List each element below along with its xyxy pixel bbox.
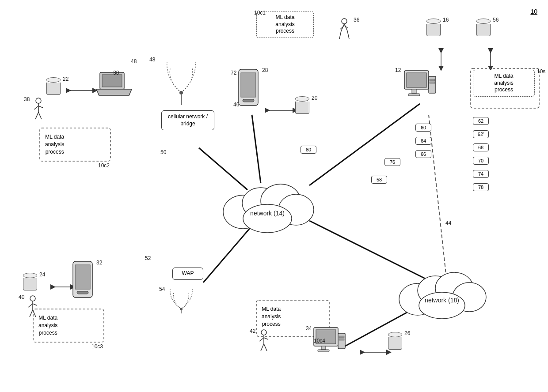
wireless-tower xyxy=(164,57,199,106)
box-62p: 62' xyxy=(473,130,489,138)
ml-process-10c2: ML data analysis process xyxy=(43,132,66,157)
network-14-cloud: network (14) xyxy=(217,172,318,236)
person-42 xyxy=(255,329,272,353)
label-46: 46 xyxy=(233,102,239,108)
diagram-number: 10 xyxy=(530,8,537,15)
wap-signal xyxy=(166,287,197,313)
svg-rect-73 xyxy=(339,336,344,338)
storage-22 xyxy=(46,77,61,95)
person-36 xyxy=(336,18,353,42)
label-56: 56 xyxy=(493,17,499,23)
label-38: 38 xyxy=(24,96,30,102)
svg-point-21 xyxy=(243,204,292,233)
svg-rect-49 xyxy=(102,75,122,87)
svg-line-78 xyxy=(264,338,268,339)
label-48: 48 xyxy=(149,57,155,63)
label-10s: 10s xyxy=(537,68,545,75)
svg-line-53 xyxy=(34,106,38,109)
svg-rect-74 xyxy=(339,339,344,340)
box-74: 74 xyxy=(473,170,489,178)
label-20: 20 xyxy=(312,95,317,101)
label-10c4: 10c4 xyxy=(314,338,325,344)
box-60: 60 xyxy=(415,124,431,132)
computer-12 xyxy=(402,68,438,104)
svg-rect-40 xyxy=(412,89,416,94)
wap-box: WAP xyxy=(172,268,203,280)
svg-point-66 xyxy=(180,308,183,310)
label-26: 26 xyxy=(404,330,410,336)
svg-line-65 xyxy=(33,310,36,317)
storage-24 xyxy=(23,273,37,290)
label-10c2: 10c2 xyxy=(98,162,110,169)
label-42: 42 xyxy=(250,328,255,334)
svg-text:network (18): network (18) xyxy=(425,297,459,304)
svg-line-64 xyxy=(30,310,33,317)
mobile-32 xyxy=(71,260,95,300)
svg-rect-43 xyxy=(430,79,435,81)
svg-line-77 xyxy=(259,338,264,341)
ml-process-10c3: ML data analysis process xyxy=(37,313,59,338)
label-34: 34 xyxy=(306,325,312,332)
svg-line-55 xyxy=(35,112,38,119)
ml-process-10c4: ML data analysis process xyxy=(260,304,282,329)
network-18-cloud: network (18) xyxy=(393,260,491,324)
box-58: 58 xyxy=(371,176,387,184)
label-10c3: 10c3 xyxy=(91,343,103,350)
box-66: 66 xyxy=(415,150,431,158)
svg-text:network (14): network (14) xyxy=(250,210,285,217)
label-24: 24 xyxy=(39,271,45,278)
storage-16 xyxy=(426,19,441,36)
label-54: 54 xyxy=(159,286,165,292)
svg-point-75 xyxy=(261,330,266,335)
svg-point-60 xyxy=(30,296,35,301)
label-48b: 48 xyxy=(131,58,137,64)
svg-point-31 xyxy=(342,19,347,24)
label-28: 28 xyxy=(262,67,268,73)
svg-line-63 xyxy=(33,304,37,305)
svg-point-29 xyxy=(179,91,183,94)
storage-56 xyxy=(476,19,491,36)
svg-point-27 xyxy=(419,292,465,319)
storage-20 xyxy=(295,96,309,114)
svg-rect-71 xyxy=(318,350,329,352)
label-12: 12 xyxy=(395,67,401,73)
svg-rect-46 xyxy=(241,73,256,97)
svg-rect-47 xyxy=(243,99,254,102)
box-76: 76 xyxy=(384,158,400,166)
box-78: 78 xyxy=(473,183,489,191)
ml-process-10s: ML data analysis process xyxy=(473,70,535,97)
box-64: 64 xyxy=(415,137,431,145)
svg-line-34 xyxy=(339,31,341,39)
svg-rect-42 xyxy=(429,76,436,93)
svg-line-54 xyxy=(38,106,43,108)
svg-line-35 xyxy=(347,31,349,39)
svg-line-56 xyxy=(38,112,42,119)
svg-rect-59 xyxy=(77,291,88,294)
label-10c1: 10c1 xyxy=(254,10,266,16)
label-40: 40 xyxy=(19,294,24,300)
box-68: 68 xyxy=(473,143,489,151)
svg-marker-50 xyxy=(96,89,132,95)
svg-line-6 xyxy=(429,115,446,278)
svg-rect-44 xyxy=(430,82,435,83)
label-36: 36 xyxy=(354,17,359,23)
label-32: 32 xyxy=(96,260,102,266)
box-62: 62 xyxy=(473,117,489,125)
mobile-28 xyxy=(236,68,261,108)
svg-point-51 xyxy=(36,98,41,103)
cellular-network-bridge: cellular network / bridge xyxy=(161,110,214,130)
person-38 xyxy=(30,97,47,121)
svg-line-80 xyxy=(264,344,267,351)
label-16: 16 xyxy=(443,17,449,23)
svg-line-79 xyxy=(261,344,264,351)
box-70: 70 xyxy=(473,157,489,165)
label-50: 50 xyxy=(160,149,166,155)
label-30: 30 xyxy=(113,70,119,76)
label-72: 72 xyxy=(231,70,236,76)
svg-rect-41 xyxy=(408,94,420,96)
box-80: 80 xyxy=(301,146,316,154)
svg-rect-72 xyxy=(338,333,345,349)
diagram: 10 network (14) network (18) xyxy=(0,0,548,392)
label-22: 22 xyxy=(63,76,68,82)
svg-rect-70 xyxy=(321,346,326,350)
